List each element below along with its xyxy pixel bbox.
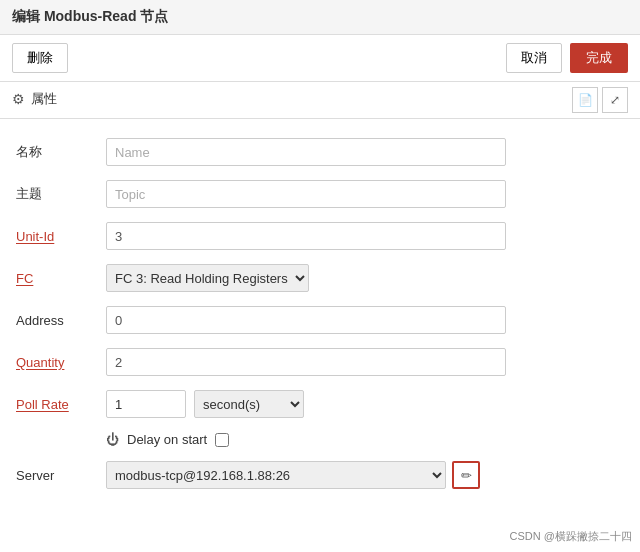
- delay-content: ⏻ Delay on start: [106, 432, 229, 447]
- poll-rate-row: Poll Rate second(s) minute(s) hour(s): [0, 383, 640, 425]
- tabs-bar: ⚙ 属性 📄 ⤢: [0, 82, 640, 119]
- quantity-input[interactable]: [106, 348, 506, 376]
- unitid-input[interactable]: [106, 222, 506, 250]
- server-row: Server modbus-tcp@192.168.1.88:26 ✏: [0, 454, 640, 496]
- fc-label: FC: [16, 271, 106, 286]
- delete-button[interactable]: 删除: [12, 43, 68, 73]
- poll-rate-input[interactable]: [106, 390, 186, 418]
- tab-properties-label: 属性: [31, 90, 57, 108]
- topic-row: 主题: [0, 173, 640, 215]
- watermark: CSDN @横跺撇捺二十四: [510, 529, 632, 544]
- quantity-label: Quantity: [16, 355, 106, 370]
- delay-checkbox[interactable]: [215, 433, 229, 447]
- topic-input[interactable]: [106, 180, 506, 208]
- tab-icons: 📄 ⤢: [572, 87, 628, 113]
- server-select[interactable]: modbus-tcp@192.168.1.88:26: [106, 461, 446, 489]
- poll-rate-unit-select[interactable]: second(s) minute(s) hour(s): [194, 390, 304, 418]
- topic-label: 主题: [16, 185, 106, 203]
- doc-icon-button[interactable]: 📄: [572, 87, 598, 113]
- gear-icon: ⚙: [12, 91, 25, 107]
- unitid-label: Unit-Id: [16, 229, 106, 244]
- delay-text: Delay on start: [127, 432, 207, 447]
- toolbar-right: 取消 完成: [506, 43, 628, 73]
- server-edit-button[interactable]: ✏: [452, 461, 480, 489]
- address-label: Address: [16, 313, 106, 328]
- unitid-row: Unit-Id: [0, 215, 640, 257]
- name-row: 名称: [0, 131, 640, 173]
- fc-row: FC FC 3: Read Holding Registers FC 1: Re…: [0, 257, 640, 299]
- toolbar: 删除 取消 完成: [0, 35, 640, 82]
- address-row: Address: [0, 299, 640, 341]
- cancel-button[interactable]: 取消: [506, 43, 562, 73]
- expand-icon-button[interactable]: ⤢: [602, 87, 628, 113]
- page-title: 编辑 Modbus-Read 节点: [0, 0, 640, 35]
- done-button[interactable]: 完成: [570, 43, 628, 73]
- poll-rate-label: Poll Rate: [16, 397, 106, 412]
- fc-select[interactable]: FC 3: Read Holding Registers FC 1: Read …: [106, 264, 309, 292]
- main-content: 名称 主题 Unit-Id FC FC 3: Read Holding Regi…: [0, 119, 640, 508]
- power-icon: ⏻: [106, 432, 119, 447]
- delay-row: ⏻ Delay on start: [0, 425, 640, 454]
- address-input[interactable]: [106, 306, 506, 334]
- quantity-row: Quantity: [0, 341, 640, 383]
- name-label: 名称: [16, 143, 106, 161]
- name-input[interactable]: [106, 138, 506, 166]
- tab-properties[interactable]: ⚙ 属性: [12, 82, 69, 118]
- server-label: Server: [16, 468, 106, 483]
